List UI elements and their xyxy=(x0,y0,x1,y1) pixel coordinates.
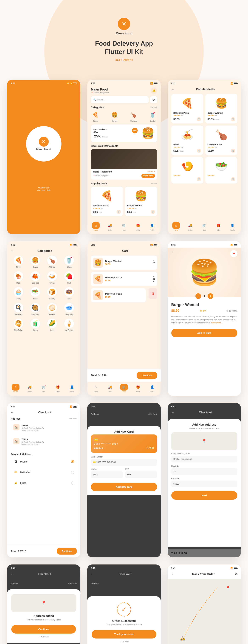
nav-cart[interactable]: 🛒Cart xyxy=(200,222,208,231)
category-corn[interactable]: 🌽Corn xyxy=(44,319,60,331)
payment-option[interactable]: 💳Debit Card xyxy=(11,468,77,477)
deal-card[interactable]: 🍔Burger Wanted★★★★★5.0$8.519.9🛒 xyxy=(125,187,157,216)
category-pizza[interactable]: 🍕Pizza xyxy=(91,110,100,122)
notification-button[interactable]: 🔔 xyxy=(151,88,157,94)
continue-button[interactable]: Continue xyxy=(11,625,76,634)
nav-cart[interactable]: 🛒Cart xyxy=(120,222,128,231)
deal-card[interactable]: 🍕Delicious Pizza★★★★★5.0$8.519.9🛒 xyxy=(91,187,123,216)
add-to-cart-icon[interactable]: 🛒 xyxy=(231,117,235,121)
filter-button[interactable]: ⚙ xyxy=(150,96,157,104)
mini-map[interactable]: 📍 xyxy=(171,432,237,450)
nav-home[interactable]: ⌂Home xyxy=(92,222,100,231)
add-card-button[interactable]: Add new card xyxy=(91,483,157,491)
category-burger[interactable]: 🍔Burger xyxy=(28,256,43,268)
qty-decrease[interactable]: − xyxy=(153,280,154,282)
postcode-input[interactable]: 561024 xyxy=(171,480,237,487)
qty-decrease-button[interactable]: − xyxy=(196,293,201,299)
go-back-link[interactable]: ← Go back xyxy=(92,641,156,643)
nav-home[interactable]: ⌂Home xyxy=(92,384,100,393)
nav-order[interactable]: 🚚Order xyxy=(106,222,114,231)
nav-home[interactable]: ⌂Home xyxy=(12,384,20,393)
category-drinks[interactable]: 🥤Drinks xyxy=(148,110,157,122)
qty-decrease[interactable]: − xyxy=(153,264,154,266)
nav-profile[interactable]: 👤Profile xyxy=(148,222,156,231)
payment-option[interactable]: 💰bkash xyxy=(11,478,77,488)
add-new-link[interactable]: Add New xyxy=(69,418,77,420)
nav-profile[interactable]: 👤Profile xyxy=(68,384,76,393)
nav-home[interactable]: ⌂Home xyxy=(172,222,180,231)
back-button[interactable]: ← xyxy=(171,572,174,576)
nav-offer[interactable]: 🎁Offer xyxy=(134,384,142,393)
restaurant-card[interactable]: Mario Restourant(27) 4.2 ★ 📍 Dhaka, Bang… xyxy=(91,149,157,180)
nav-cart[interactable]: 🛒Cart xyxy=(40,384,48,393)
add-card-chip[interactable]: Add Card → xyxy=(94,447,106,449)
add-to-cart-icon[interactable]: 🛒 xyxy=(231,177,235,181)
category-rice-pulav[interactable]: 🥞Rice Pulav xyxy=(11,319,26,331)
back-button[interactable]: ← xyxy=(171,88,174,91)
radio-button[interactable] xyxy=(71,471,74,474)
radio-button[interactable] xyxy=(71,460,74,463)
category-drinks[interactable]: 🥤Drinks xyxy=(61,256,77,268)
promo-card[interactable]: Food Package Offer 25%Discount New 🍔 xyxy=(91,124,157,142)
add-to-cart-icon[interactable]: 🛒 xyxy=(116,210,121,214)
add-to-cart-icon[interactable]: 🛒 xyxy=(197,117,201,121)
back-button[interactable]: ← xyxy=(11,249,14,253)
deal-card[interactable]: 🍕Delicious Pizza★★★★★5.0$8.59🛒 xyxy=(171,94,203,124)
street-input[interactable]: Dhaka, Bangladesh xyxy=(171,456,237,462)
search-input[interactable]: 🔍 Search … xyxy=(91,96,148,104)
back-button[interactable]: ← xyxy=(91,249,94,253)
read-more-link[interactable]: Read More… xyxy=(211,322,223,324)
book-table-button[interactable]: Book Table xyxy=(141,174,155,178)
category-bakery[interactable]: 🍞Bakery xyxy=(44,287,60,300)
continue-button[interactable]: Continue xyxy=(57,548,77,554)
add-to-cart-icon[interactable]: 🛒 xyxy=(197,177,201,181)
qty-increase[interactable]: + xyxy=(153,276,154,278)
add-to-cart-icon[interactable]: 🛒 xyxy=(197,148,201,153)
road-input[interactable]: 12 xyxy=(171,468,237,475)
see-all-link[interactable]: See all xyxy=(151,182,157,184)
qty-increase[interactable]: + xyxy=(153,259,154,261)
payment-option[interactable]: 🅿Paypal xyxy=(11,457,77,466)
nav-order[interactable]: 🚚Order xyxy=(26,384,34,393)
deal-card[interactable]: 🍤★★★★★🛒 xyxy=(171,157,203,184)
card-number-input[interactable]: 💳 2563 2565 245 2546 xyxy=(91,459,157,466)
nav-offer[interactable]: 🎁Offer xyxy=(214,222,222,231)
deal-card[interactable]: 🍗Chiken Kabab★★★★★5.0$8.59🛒 xyxy=(205,126,237,155)
address-card[interactable]: 🏠Office34 North Sulphur Springs Dr. Alex… xyxy=(11,436,77,448)
nav-offer[interactable]: 🎁Offer xyxy=(54,384,62,393)
category-meal[interactable]: 🍖Meal xyxy=(11,271,26,284)
category-juices[interactable]: 🧃Juices xyxy=(28,319,43,331)
category-pav-bhaji[interactable]: 🥘Pav Bhaji xyxy=(28,303,43,316)
add-to-cart-icon[interactable]: 🛒 xyxy=(151,210,155,214)
category-fruit[interactable]: 🍓Fruit xyxy=(61,271,77,284)
next-button[interactable]: Next xyxy=(171,491,237,500)
nav-cart[interactable]: 🛒Cart xyxy=(120,384,128,393)
category-chicken[interactable]: 🍗Chicken xyxy=(129,110,138,122)
nav-order[interactable]: 🚚Order xyxy=(106,384,114,393)
go-back-link[interactable]: ← Go back xyxy=(11,636,76,638)
locate-button[interactable]: ⊕ xyxy=(235,572,237,576)
mm-yy-input[interactable]: 6/12 xyxy=(91,471,123,478)
nav-offer[interactable]: 🎁Offer xyxy=(134,222,142,231)
nav-order[interactable]: 🚚Order xyxy=(186,222,194,231)
cvc-input[interactable]: ••••• xyxy=(125,471,157,478)
category-soup-veg[interactable]: 🥣Soup Veg xyxy=(61,303,77,316)
qty-increase-button[interactable]: + xyxy=(208,293,213,299)
category-pastry[interactable]: 🧁Pastry xyxy=(11,287,26,300)
back-button[interactable]: ← xyxy=(11,411,14,414)
category-burger[interactable]: 🍔Burger xyxy=(110,110,119,122)
radio-button[interactable] xyxy=(71,482,74,484)
category-ice-cream[interactable]: 🍦Ice Cream xyxy=(61,319,77,331)
nav-profile[interactable]: 👤Profile xyxy=(228,222,236,231)
category-salad[interactable]: 🥗Salad xyxy=(28,287,43,300)
deal-card[interactable]: 🥗★★★★★🛒 xyxy=(205,157,237,184)
deal-card[interactable]: 🍔Burger Wanted★★★★★5.0$8.59$10.50🛒 xyxy=(205,94,237,124)
address-card[interactable]: 🏠Home34 North Sulphur Springs Dr. Alexan… xyxy=(11,422,77,434)
add-to-cart-button[interactable]: Add to Card xyxy=(171,329,237,337)
category-biryani[interactable]: 🍛Biryani xyxy=(44,271,60,284)
deal-card[interactable]: 🍝Pasta★★★★★5.0$8.57$19.9🛒 xyxy=(171,126,203,155)
category-paratha[interactable]: 🫓Paratha xyxy=(44,303,60,316)
category-pizza[interactable]: 🍕Pizza xyxy=(11,256,26,268)
add-to-cart-icon[interactable]: 🛒 xyxy=(231,148,235,153)
nav-profile[interactable]: 👤Profile xyxy=(148,384,156,393)
